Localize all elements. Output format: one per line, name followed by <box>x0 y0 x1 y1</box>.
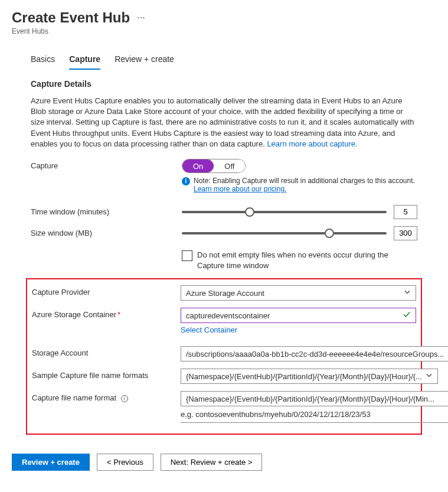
provider-select[interactable]: Azure Storage Account <box>181 285 416 301</box>
toggle-off[interactable]: Off <box>214 159 245 172</box>
empty-files-checkbox[interactable] <box>182 250 192 261</box>
sample-formats-select[interactable]: {Namespace}/{EventHub}/{PartitionId}/{Ye… <box>181 369 438 384</box>
previous-button[interactable]: < Previous <box>97 454 153 471</box>
more-icon[interactable]: ⋯ <box>137 13 146 22</box>
chevron-down-icon <box>404 289 411 298</box>
tab-basics[interactable]: Basics <box>31 54 55 70</box>
next-button[interactable]: Next: Review + create > <box>161 454 263 471</box>
container-label: Azure Storage Container* <box>32 308 181 319</box>
info-icon: i <box>182 177 190 185</box>
select-container-link[interactable]: Select Container <box>181 325 416 334</box>
empty-files-label: Do not emit empty files when no events o… <box>197 250 417 271</box>
time-window-slider[interactable] <box>182 211 387 213</box>
page-title: Create Event Hub <box>12 9 130 26</box>
size-window-thumb[interactable] <box>325 229 334 238</box>
highlight-box: Capture Provider Azure Storage Account A… <box>26 278 422 435</box>
section-description: Azure Event Hubs Capture enables you to … <box>31 96 417 149</box>
provider-label: Capture Provider <box>32 285 181 296</box>
section-title: Capture Details <box>31 79 417 89</box>
capture-toggle[interactable]: On Off <box>182 159 246 173</box>
tab-capture[interactable]: Capture <box>69 54 100 70</box>
subtitle: Event Hubs <box>12 27 436 35</box>
time-window-label: Time window (minutes) <box>31 205 182 216</box>
capture-label: Capture <box>31 159 182 170</box>
capture-note: Note: Enabling Capture will result in ad… <box>194 177 415 185</box>
size-window-slider[interactable] <box>182 232 387 234</box>
size-window-label: Size window (MB) <box>31 226 182 237</box>
chevron-down-icon <box>426 372 433 381</box>
file-format-input[interactable]: {Namespace}/{EventHub}/{PartitionId}/{Ye… <box>181 391 448 406</box>
file-format-example: e.g. contosoeventhubns/myehub/0/2024/12/… <box>181 410 448 423</box>
review-create-button[interactable]: Review + create <box>12 454 90 471</box>
size-window-value[interactable] <box>394 226 417 240</box>
toggle-on[interactable]: On <box>182 159 214 172</box>
storage-account-input[interactable]: /subscriptions/aaaa0a0a-bb1b-cc2c-dd3d-e… <box>181 346 448 361</box>
info-outline-icon[interactable]: i <box>121 395 128 402</box>
tabs: Basics Capture Review + create <box>0 40 448 70</box>
tab-review-create[interactable]: Review + create <box>115 54 174 70</box>
pricing-link[interactable]: Learn more about our pricing. <box>194 185 286 193</box>
learn-more-capture-link[interactable]: Learn more about capture. <box>267 139 357 148</box>
sample-formats-label: Sample Capture file name formats <box>32 369 181 380</box>
storage-account-label: Storage Account <box>32 346 181 357</box>
time-window-thumb[interactable] <box>245 207 254 217</box>
container-input[interactable]: capturedeventscontainer <box>181 308 416 323</box>
file-format-label: Capture file name format i <box>32 391 181 402</box>
check-icon <box>403 311 411 321</box>
time-window-value[interactable] <box>394 205 417 219</box>
